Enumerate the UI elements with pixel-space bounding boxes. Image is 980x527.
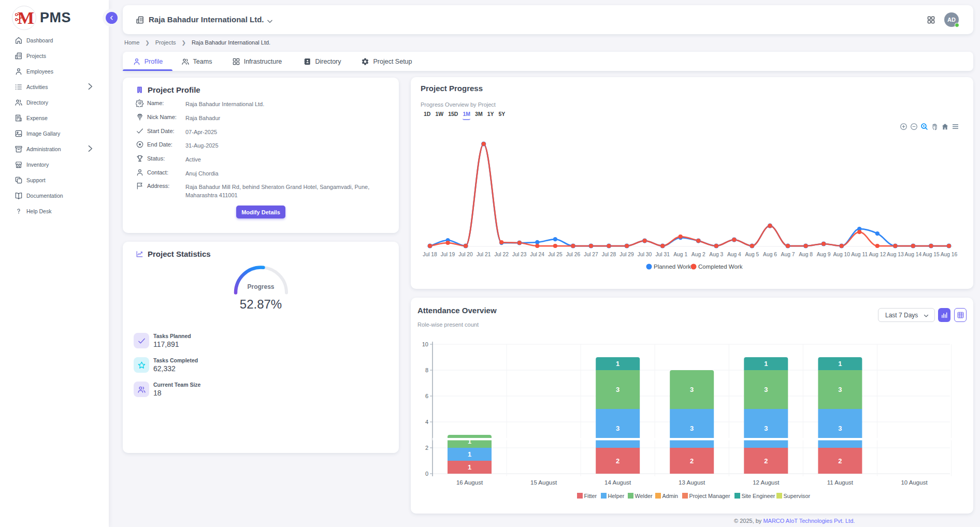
svg-text:Aug 13: Aug 13	[887, 252, 904, 257]
svg-text:Jul 21: Jul 21	[477, 252, 491, 257]
svg-text:1: 1	[764, 360, 768, 368]
svg-text:3: 3	[764, 386, 768, 393]
svg-text:Helper: Helper	[608, 493, 625, 499]
svg-text:13 August: 13 August	[679, 479, 705, 486]
svg-text:Aug 11: Aug 11	[851, 252, 868, 257]
svg-text:Jul 20: Jul 20	[458, 252, 473, 257]
svg-text:14 August: 14 August	[604, 479, 631, 486]
svg-text:Planned Work: Planned Work	[654, 264, 691, 270]
svg-text:Jul 29: Jul 29	[619, 252, 634, 257]
svg-text:Aug 15: Aug 15	[923, 252, 940, 257]
svg-text:2: 2	[616, 457, 619, 465]
svg-text:6: 6	[425, 393, 428, 399]
svg-text:Admin: Admin	[662, 493, 679, 499]
svg-text:2: 2	[425, 445, 428, 451]
svg-text:Supervisor: Supervisor	[784, 493, 811, 499]
svg-text:Aug 16: Aug 16	[941, 252, 958, 257]
svg-text:Jul 28: Jul 28	[602, 252, 616, 257]
svg-text:Jul 18: Jul 18	[423, 252, 437, 257]
svg-text:Jul 23: Jul 23	[512, 252, 527, 257]
svg-text:Aug 2: Aug 2	[691, 252, 705, 257]
svg-text:Aug 5: Aug 5	[745, 252, 759, 257]
svg-text:Aug 14: Aug 14	[905, 252, 922, 257]
svg-text:Jul 22: Jul 22	[494, 252, 509, 257]
svg-text:8: 8	[425, 367, 428, 373]
svg-text:Site Engineer: Site Engineer	[742, 493, 775, 499]
svg-text:2: 2	[838, 457, 842, 465]
svg-text:Jul 30: Jul 30	[638, 252, 652, 257]
svg-text:1: 1	[838, 360, 842, 368]
svg-text:3: 3	[690, 424, 694, 432]
svg-text:1: 1	[468, 450, 471, 458]
svg-text:Jul 19: Jul 19	[441, 252, 455, 257]
svg-text:3: 3	[616, 424, 619, 432]
svg-text:10: 10	[422, 341, 428, 347]
svg-text:2: 2	[690, 457, 694, 465]
svg-text:Aug 1: Aug 1	[673, 252, 687, 257]
svg-text:15 August: 15 August	[530, 479, 557, 486]
svg-text:3: 3	[616, 386, 619, 393]
svg-text:1: 1	[616, 360, 619, 368]
svg-text:3: 3	[690, 386, 694, 393]
svg-text:3: 3	[838, 424, 842, 432]
svg-text:Aug 3: Aug 3	[709, 252, 723, 257]
svg-text:10 August: 10 August	[901, 479, 928, 486]
svg-text:0: 0	[425, 471, 428, 477]
svg-text:Aug 9: Aug 9	[817, 252, 831, 257]
svg-text:Project Manager: Project Manager	[689, 493, 731, 499]
svg-text:Aug 10: Aug 10	[833, 252, 850, 257]
svg-text:4: 4	[425, 419, 428, 425]
svg-text:3: 3	[764, 424, 768, 432]
svg-text:3: 3	[838, 386, 842, 393]
svg-text:Jul 24: Jul 24	[530, 252, 545, 257]
svg-text:Jul 25: Jul 25	[548, 252, 563, 257]
svg-text:Welder: Welder	[635, 493, 653, 499]
svg-text:1: 1	[468, 463, 471, 471]
svg-text:Aug 4: Aug 4	[727, 252, 741, 257]
svg-text:Jul 31: Jul 31	[655, 252, 670, 257]
svg-text:Aug 12: Aug 12	[869, 252, 886, 257]
svg-text:2: 2	[764, 457, 768, 465]
svg-text:11 August: 11 August	[827, 479, 854, 486]
svg-text:Fitter: Fitter	[584, 493, 597, 499]
svg-text:Jul 27: Jul 27	[584, 252, 598, 257]
svg-text:Aug 7: Aug 7	[781, 252, 795, 257]
svg-text:Completed Work: Completed Work	[698, 264, 743, 270]
svg-text:Jul 26: Jul 26	[566, 252, 581, 257]
svg-text:Aug 6: Aug 6	[763, 252, 777, 257]
svg-text:16 August: 16 August	[456, 479, 483, 486]
svg-text:12 August: 12 August	[753, 479, 780, 486]
svg-text:Aug 8: Aug 8	[799, 252, 813, 257]
